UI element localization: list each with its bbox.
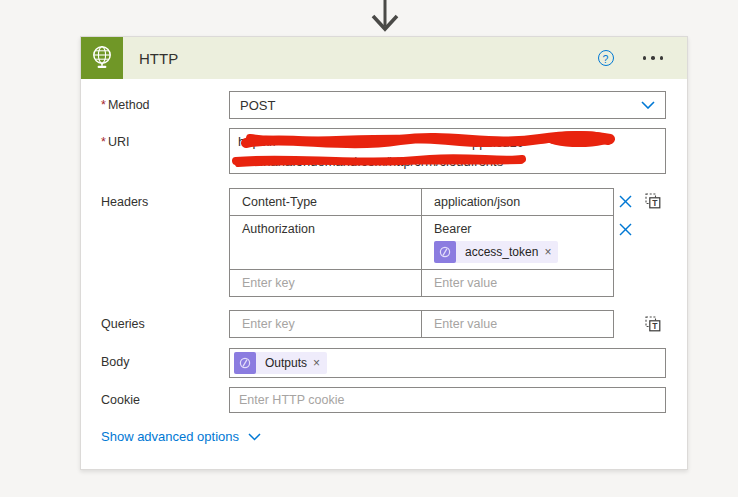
token-label: access_token bbox=[456, 245, 543, 259]
header-key-cell[interactable]: Content-Type bbox=[230, 189, 422, 215]
method-dropdown[interactable]: POST bbox=[229, 91, 666, 119]
query-key-input[interactable] bbox=[230, 311, 421, 337]
queries-label: Queries bbox=[101, 317, 145, 331]
header-value-cell bbox=[422, 270, 613, 296]
header-key-cell bbox=[230, 270, 422, 296]
queries-table bbox=[229, 310, 614, 338]
headers-label: Headers bbox=[101, 195, 148, 209]
header-row-content-type: Content-Type application/json bbox=[230, 189, 613, 215]
chevron-down-icon bbox=[641, 101, 655, 109]
more-menu-icon[interactable] bbox=[641, 50, 666, 66]
http-action-card: HTTP ? *Method POST *URI https:// ppsicd… bbox=[80, 36, 688, 470]
queries-text-mode-toggle-icon[interactable]: T bbox=[643, 314, 663, 334]
query-value-cell bbox=[422, 311, 613, 337]
show-advanced-options-link[interactable]: Show advanced options bbox=[101, 429, 261, 444]
show-advanced-options-label: Show advanced options bbox=[101, 429, 239, 444]
uri-text-line2: 002.hana.ondemand.com/http/crm/cloudfron… bbox=[238, 154, 503, 169]
help-icon[interactable]: ? bbox=[598, 50, 614, 66]
headers-table: Content-Type application/json Authorizat… bbox=[229, 188, 614, 297]
query-value-input[interactable] bbox=[422, 311, 613, 337]
token-remove-icon[interactable]: × bbox=[543, 245, 558, 259]
uri-text-line1-end: ppsicd10- bbox=[472, 135, 528, 150]
dynamic-token-access-token[interactable]: access_token × bbox=[434, 241, 558, 263]
uri-input[interactable]: https:// ppsicd10- 002.hana.ondemand.com… bbox=[229, 128, 666, 174]
dynamic-content-icon bbox=[434, 241, 456, 263]
query-row-empty bbox=[230, 311, 613, 337]
body-label: Body bbox=[101, 355, 130, 369]
delete-header-row-button[interactable] bbox=[614, 218, 636, 240]
cookie-input[interactable] bbox=[230, 388, 665, 412]
flow-designer-canvas: HTTP ? *Method POST *URI https:// ppsicd… bbox=[0, 0, 738, 497]
header-row-empty bbox=[230, 269, 613, 296]
svg-text:T: T bbox=[652, 198, 658, 208]
connector-arrow-icon bbox=[370, 0, 400, 34]
header-key-cell[interactable]: Authorization bbox=[230, 216, 422, 269]
token-label: Outputs bbox=[256, 356, 312, 370]
query-key-cell bbox=[230, 311, 422, 337]
chevron-down-icon bbox=[248, 433, 261, 441]
header-value-cell[interactable]: application/json bbox=[422, 189, 613, 215]
body-input[interactable]: Outputs × bbox=[229, 348, 666, 378]
http-connector-icon bbox=[81, 37, 123, 79]
header-value-input[interactable] bbox=[422, 270, 613, 296]
headers-text-mode-toggle-icon[interactable]: T bbox=[643, 191, 663, 211]
action-card-header[interactable]: HTTP ? bbox=[81, 37, 687, 79]
cookie-field bbox=[229, 387, 666, 413]
action-title: HTTP bbox=[139, 50, 598, 67]
svg-text:T: T bbox=[652, 321, 658, 331]
dynamic-token-outputs[interactable]: Outputs × bbox=[234, 352, 327, 374]
method-value: POST bbox=[240, 98, 641, 113]
uri-text-line1-start: https:// bbox=[238, 134, 277, 149]
dynamic-content-icon bbox=[234, 352, 256, 374]
header-key-input[interactable] bbox=[230, 270, 421, 296]
delete-header-row-button[interactable] bbox=[614, 190, 636, 212]
method-label: *Method bbox=[101, 98, 150, 112]
cookie-label: Cookie bbox=[101, 393, 140, 407]
uri-label: *URI bbox=[101, 135, 129, 149]
header-row-authorization: Authorization Bearer access_token × bbox=[230, 215, 613, 269]
required-asterisk: * bbox=[101, 98, 106, 112]
header-value-cell[interactable]: Bearer access_token × bbox=[422, 216, 613, 269]
required-asterisk: * bbox=[101, 135, 106, 149]
token-remove-icon[interactable]: × bbox=[312, 356, 327, 370]
